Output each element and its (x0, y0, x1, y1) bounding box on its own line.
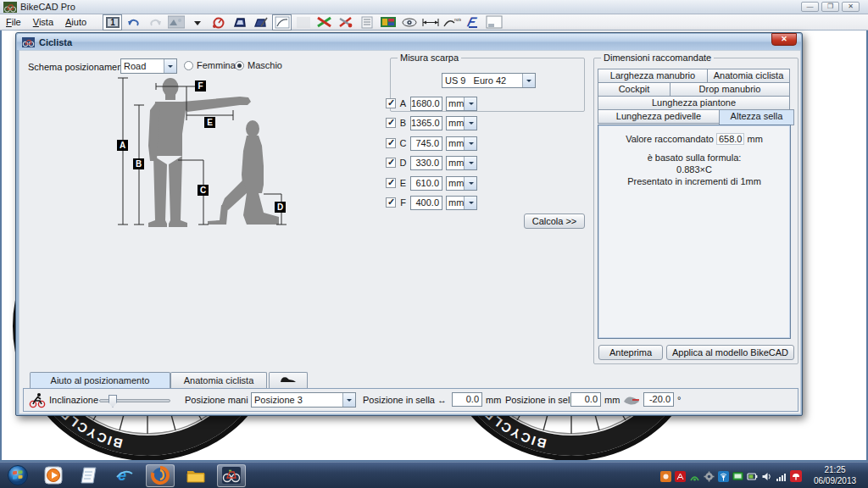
radio-femmina-dot[interactable] (184, 61, 193, 70)
tray-orange-icon[interactable] (660, 471, 671, 482)
window-layout-icon[interactable] (484, 14, 504, 30)
recommended-value[interactable]: 658.0 (716, 133, 745, 145)
chevron-down-icon[interactable] (464, 137, 476, 150)
applica-button[interactable]: Applica al modello BikeCAD (666, 345, 794, 360)
checkbox-d[interactable] (386, 158, 396, 168)
menu-file[interactable]: File (0, 15, 27, 29)
internet-explorer-icon[interactable]: e (110, 464, 139, 487)
tab-shoe[interactable] (269, 372, 308, 389)
menu-aiuto[interactable]: Aiuto (59, 15, 92, 29)
checkbox-b[interactable] (386, 118, 396, 128)
chevron-down-icon[interactable] (464, 117, 476, 130)
value-field-c[interactable]: 745.0 (410, 136, 442, 151)
file-explorer-icon[interactable] (181, 464, 210, 487)
checkbox-e[interactable] (386, 178, 396, 188)
frame-edit-icon[interactable] (251, 14, 270, 30)
saddle-angle-field[interactable]: -20.0 (643, 392, 674, 407)
tray-speaker-icon[interactable] (761, 471, 772, 482)
dialog-titlebar[interactable]: Ciclista (17, 34, 801, 50)
checkbox-c[interactable] (386, 138, 396, 148)
restore-button[interactable]: ❐ (821, 2, 839, 12)
value-field-f[interactable]: 400.0 (410, 196, 442, 210)
visibility-icon[interactable] (399, 14, 419, 30)
sella-v-field[interactable]: 0.0 (570, 392, 601, 407)
unit-select-d[interactable]: mm (446, 156, 477, 170)
tab-aiuto-posizionamento[interactable]: Aiuto al posizionamento (30, 372, 170, 389)
fork-blue-icon[interactable]: 𝐹 (463, 14, 482, 30)
tray-avira-icon[interactable] (790, 470, 802, 482)
measurement-row-a: A 1680.0 mm (386, 96, 477, 111)
radio-femmina[interactable]: Femmina (184, 60, 236, 70)
inclinazione-slider[interactable] (99, 399, 170, 402)
close-button[interactable]: ✕ (842, 2, 860, 12)
anteprima-button[interactable]: Anteprima (598, 345, 663, 360)
notepad-icon[interactable] (75, 464, 103, 487)
chevron-down-icon[interactable] (342, 393, 355, 407)
radio-maschio-dot[interactable] (235, 61, 244, 70)
undo-icon[interactable] (124, 14, 143, 30)
dialog-close-button[interactable]: ✕ (771, 33, 797, 46)
fit-gauge-icon[interactable] (209, 14, 228, 30)
tray-display-icon[interactable] (732, 471, 743, 482)
tools-icon[interactable] (336, 14, 355, 30)
chevron-down-icon[interactable] (464, 97, 476, 110)
curve-window-icon[interactable] (272, 14, 292, 30)
sella-h-unit: mm (486, 395, 501, 405)
tray-gear-icon[interactable] (704, 471, 715, 482)
paint-colors-icon[interactable] (378, 14, 398, 30)
menu-vista[interactable]: Vista (27, 15, 59, 29)
value-field-a[interactable]: 1680.0 (410, 97, 442, 111)
tray-battery-icon[interactable] (747, 471, 758, 482)
unit-select-f[interactable]: mm (446, 196, 477, 210)
redo-icon[interactable] (145, 14, 164, 30)
media-player-icon[interactable] (39, 464, 68, 487)
tubing-cross-icon[interactable] (314, 14, 334, 30)
value-field-b[interactable]: 1365.0 (410, 116, 442, 130)
taskbar-clock[interactable]: 21:25 06/09/2013 (807, 464, 863, 486)
tray-adobe-icon[interactable] (675, 471, 686, 482)
checkbox-a[interactable] (386, 98, 396, 108)
tab-anatomia-ciclista-bottom[interactable]: Anatomia ciclista (170, 372, 267, 389)
tab-anatomia-ciclista[interactable]: Anatomia ciclista (707, 69, 790, 83)
unit-select-a[interactable]: mm (446, 97, 477, 111)
tray-antenna-icon[interactable] (718, 471, 729, 482)
tab-drop-manubrio[interactable]: Drop manubrio (670, 82, 790, 97)
tab-altezza-sella[interactable]: Altezza sella (719, 109, 794, 125)
unit-select-e[interactable]: mm (446, 176, 477, 191)
chevron-down-icon[interactable] (464, 157, 476, 169)
dimension-icon[interactable] (420, 14, 440, 30)
unit-select-c[interactable]: mm (446, 136, 477, 151)
view-1-icon[interactable]: 1 (103, 14, 122, 30)
start-orb-icon[interactable] (3, 464, 32, 487)
bikecad-icon[interactable] (217, 464, 246, 487)
unit-select-b[interactable]: mm (446, 116, 477, 130)
paint-scheme-icon[interactable] (166, 14, 186, 30)
frame-polygon-icon[interactable] (230, 14, 249, 30)
tab-lunghezza-pedivelle[interactable]: Lunghezza pedivelle (598, 109, 720, 124)
value-field-d[interactable]: 330.0 (410, 156, 442, 170)
sella-h-field[interactable]: 0.0 (452, 392, 482, 407)
notes-list-icon[interactable] (357, 14, 376, 30)
calcola-button[interactable]: Calcola >> (524, 214, 585, 229)
dimension-note-icon[interactable]: note (442, 14, 461, 30)
tray-wireless-icon[interactable] (689, 471, 700, 482)
radio-maschio[interactable]: Maschio (235, 60, 282, 70)
checkbox-f[interactable] (386, 197, 396, 208)
chevron-down-icon[interactable] (522, 74, 535, 87)
tab-cockpit[interactable]: Cockpit (598, 82, 670, 97)
firefox-icon[interactable] (146, 464, 175, 487)
tab-larghezza-manubrio[interactable]: Larghezza manubrio (598, 69, 708, 83)
schema-select[interactable]: Road (120, 58, 177, 74)
chevron-down-icon[interactable] (464, 197, 476, 209)
value-field-e[interactable]: 610.0 (410, 176, 442, 191)
chevron-down-icon[interactable] (464, 177, 476, 190)
shoe-size-select[interactable]: US 9 Euro 42 (442, 73, 536, 88)
chevron-down-icon[interactable] (164, 59, 176, 73)
paint-scheme-dropdown-icon[interactable] (187, 14, 207, 30)
slider-thumb[interactable] (108, 395, 117, 408)
tray-signal-icon[interactable] (776, 471, 787, 482)
minimize-button[interactable]: — (801, 2, 819, 12)
tab-lunghezza-piantone[interactable]: Lunghezza piantone (598, 96, 790, 110)
measurement-row-e: E 610.0 mm (386, 175, 477, 191)
posizione-mani-select[interactable]: Posizione 3 (251, 392, 356, 408)
